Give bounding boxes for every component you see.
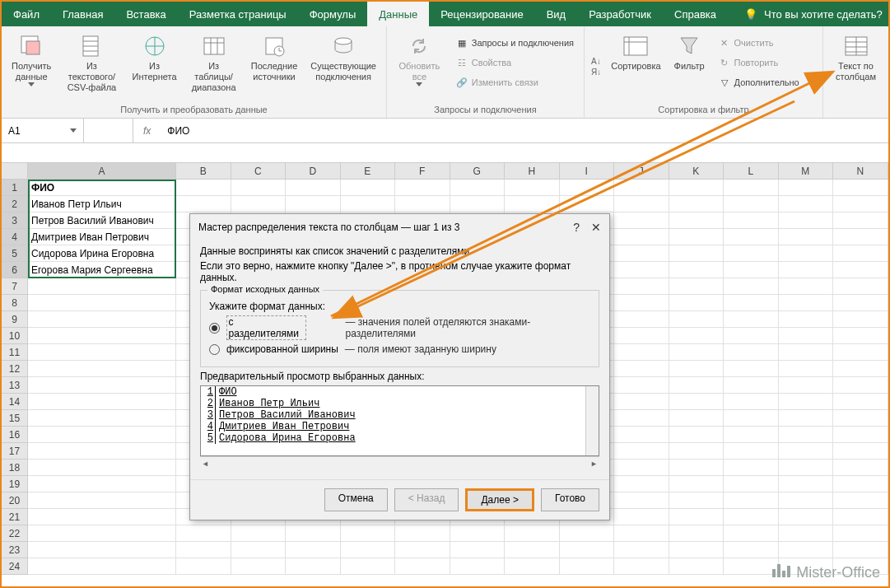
select-all-corner[interactable] [2,163,28,179]
cell[interactable] [833,311,888,328]
cell[interactable] [669,196,725,212]
row-header-23[interactable]: 23 [2,542,28,558]
cell[interactable] [833,344,888,361]
row-header-19[interactable]: 19 [2,476,28,492]
cell[interactable] [176,542,231,558]
col-header-J[interactable]: J [614,163,669,179]
cell[interactable] [724,361,779,377]
cell[interactable] [614,212,669,229]
tab-review[interactable]: Рецензирование [429,2,534,26]
cell[interactable] [669,394,725,410]
cell[interactable] [286,542,341,558]
cell-A15[interactable] [28,410,176,427]
cell[interactable] [779,196,834,212]
cell[interactable] [779,295,834,311]
cell[interactable] [669,443,725,460]
cell[interactable] [614,245,669,262]
cell[interactable] [614,196,669,212]
cell[interactable] [669,509,725,525]
cell[interactable] [724,509,779,525]
cell[interactable] [669,344,725,361]
row-header-21[interactable]: 21 [2,509,28,525]
cell[interactable] [614,361,669,377]
cell-A5[interactable]: Сидорова Ирина Егоровна [28,245,176,262]
cell[interactable] [724,344,779,361]
col-header-F[interactable]: F [395,163,450,179]
cell[interactable] [779,344,834,361]
cell[interactable] [231,558,287,575]
cell[interactable] [833,328,888,344]
cell[interactable] [614,542,669,558]
col-header-C[interactable]: C [231,163,287,179]
tab-layout[interactable]: Разметка страницы [178,2,298,26]
cell[interactable] [395,558,450,575]
cell[interactable] [779,229,834,245]
cell[interactable] [450,196,506,212]
radio-fixed[interactable] [209,344,220,355]
cell[interactable] [341,180,396,196]
cell[interactable] [779,377,834,394]
tab-data[interactable]: Данные [367,2,429,26]
cell[interactable] [286,180,341,196]
fx-icon[interactable]: fx [133,125,161,137]
get-data-button[interactable]: Получить данные [8,30,54,103]
col-header-M[interactable]: M [779,163,834,179]
advanced-filter-button[interactable]: ▽Дополнительно [715,74,803,91]
cell[interactable] [669,410,725,427]
cell[interactable] [669,262,725,278]
cell[interactable] [724,427,779,443]
row-header-7[interactable]: 7 [2,278,28,295]
cell[interactable] [779,525,834,542]
cell[interactable] [724,542,779,558]
cell-A20[interactable] [28,492,176,509]
col-header-I[interactable]: I [560,163,615,179]
col-header-E[interactable]: E [341,163,396,179]
from-web-button[interactable]: Из Интернета [129,30,180,103]
cell[interactable] [614,344,669,361]
cell[interactable] [779,394,834,410]
cell-A12[interactable] [28,361,176,377]
row-header-11[interactable]: 11 [2,344,28,361]
tab-view[interactable]: Вид [535,2,578,26]
row-header-24[interactable]: 24 [2,558,28,575]
cell[interactable] [614,278,669,295]
cell[interactable] [341,542,396,558]
row-header-22[interactable]: 22 [2,525,28,542]
row-header-14[interactable]: 14 [2,394,28,410]
cell[interactable] [779,492,834,509]
cell[interactable] [724,328,779,344]
cell[interactable] [669,229,725,245]
tab-home[interactable]: Главная [51,2,114,26]
cell[interactable] [779,278,834,295]
row-header-16[interactable]: 16 [2,427,28,443]
tab-help[interactable]: Справка [663,2,728,26]
cell[interactable] [724,180,779,196]
cell-A17[interactable] [28,443,176,460]
cell-A23[interactable] [28,542,176,558]
cell[interactable] [779,509,834,525]
cell[interactable] [724,278,779,295]
col-header-L[interactable]: L [724,163,779,179]
cell[interactable] [833,509,888,525]
cell[interactable] [669,245,725,262]
edit-links-button[interactable]: 🔗Изменить связи [452,74,577,91]
row-header-3[interactable]: 3 [2,212,28,229]
formula-input[interactable]: ФИО [161,125,888,137]
radio-delimited[interactable] [209,323,220,334]
cell[interactable] [395,180,450,196]
row-header-17[interactable]: 17 [2,443,28,460]
row-header-5[interactable]: 5 [2,245,28,262]
cell[interactable] [724,492,779,509]
cell[interactable] [669,542,725,558]
cell[interactable] [341,525,396,542]
row-header-10[interactable]: 10 [2,328,28,344]
finish-button[interactable]: Готово [541,488,599,511]
name-box[interactable]: A1 [2,119,84,142]
cell[interactable] [395,542,450,558]
cell[interactable] [505,542,560,558]
cell[interactable] [231,525,287,542]
cell-A7[interactable] [28,278,176,295]
cell[interactable] [669,377,725,394]
cell-A21[interactable] [28,509,176,525]
cell[interactable] [614,295,669,311]
